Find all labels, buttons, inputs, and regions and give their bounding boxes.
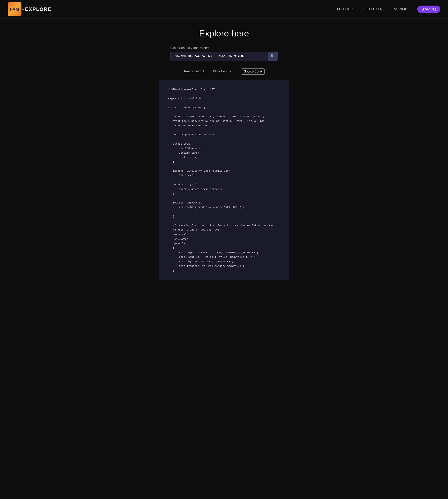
tab-write-contract[interactable]: Write Contract xyxy=(212,68,233,75)
nav-explorer[interactable]: EXPLORER xyxy=(335,7,353,11)
tab-read-contract[interactable]: Read Contract xyxy=(183,68,205,75)
logo-dash: - xyxy=(22,6,24,12)
source-code-block: // SPDX-License-Identifier: MIT pragma s… xyxy=(166,87,282,273)
search-row: 🔍 xyxy=(170,51,278,61)
search-input[interactable] xyxy=(170,51,268,61)
logo-explore-text: EXPLORE xyxy=(25,6,51,12)
page-title: Explore here xyxy=(199,28,249,39)
logo-box: FVM xyxy=(8,2,21,16)
search-section: Paste Contract Address here 🔍 xyxy=(170,46,278,61)
wallet-badge[interactable]: (4.56 tFIL) xyxy=(417,6,440,13)
nav-verifier[interactable]: VERIFIER xyxy=(394,7,410,11)
logo-area: FVM - EXPLORE xyxy=(8,2,51,16)
code-panel: // SPDX-License-Identifier: MIT pragma s… xyxy=(159,80,289,280)
search-icon: 🔍 xyxy=(271,54,275,58)
tab-source-code[interactable]: Source Code xyxy=(241,68,265,75)
nav-deployer[interactable]: DEPLOYER xyxy=(365,7,383,11)
tabs-row: Read Contract Write Contract Source Code xyxy=(183,68,265,75)
nav-links: EXPLORER DEPLOYER VERIFIER xyxy=(335,7,410,11)
navbar: FVM - EXPLORE EXPLORER DEPLOYER VERIFIER… xyxy=(0,0,448,19)
search-label: Paste Contract Address here xyxy=(170,46,278,50)
main-content: Explore here Paste Contract Address here… xyxy=(0,19,448,292)
logo-fvm-text: FVM xyxy=(10,7,19,12)
search-button[interactable]: 🔍 xyxy=(268,51,278,61)
